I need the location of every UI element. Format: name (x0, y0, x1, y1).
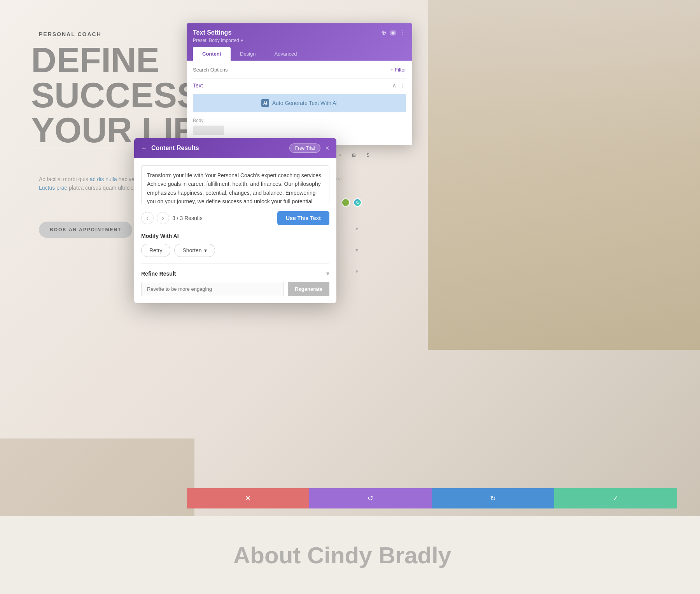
refine-title: Refine Result (141, 271, 176, 277)
nav-arrows: ‹ › 3 / 3 Results (141, 212, 203, 224)
modal-title: Content Results (151, 145, 199, 152)
regenerate-button[interactable]: Regenerate (288, 282, 329, 296)
panel-preset[interactable]: Preset: Body imported ▾ (193, 38, 406, 43)
panel-header-icons: ⊕ ▣ ⋮ (381, 29, 406, 36)
text-settings-panel: Text Settings ⊕ ▣ ⋮ Preset: Body importe… (187, 23, 412, 145)
text-section-header: Text ∧ ⋮ (193, 82, 406, 89)
toolbar-cancel-button[interactable]: ✕ (187, 488, 309, 508)
separator (193, 78, 406, 79)
modal-header-right: Free Trial × (289, 143, 329, 153)
collapse-section-icon[interactable]: ∧ (392, 82, 397, 89)
refine-section: Refine Result ▾ Regenerate (141, 263, 329, 296)
collapse-arrow-2[interactable]: ▾ (355, 247, 362, 253)
lorem-preview (193, 126, 224, 135)
preset-caret: ▾ (241, 38, 243, 43)
collapse-arrow-1[interactable]: ▾ (355, 225, 362, 232)
refine-header: Refine Result ▾ (141, 270, 329, 277)
panel-header-top: Text Settings ⊕ ▣ ⋮ (193, 29, 406, 36)
body-text-end: platea cursus quam ultricles. (69, 185, 138, 191)
refine-input-row: Regenerate (141, 282, 329, 296)
tab-content[interactable]: Content (193, 47, 231, 61)
modal-close-icon[interactable]: × (325, 144, 329, 152)
columns-icon[interactable]: ▣ (390, 29, 396, 36)
dot-green[interactable] (341, 198, 350, 207)
panel-header: Text Settings ⊕ ▣ ⋮ Preset: Body importe… (187, 23, 412, 61)
search-options-row: + Filter (193, 67, 406, 73)
modal-body: Transform your life with Your Personal C… (134, 158, 336, 303)
toolbar-confirm-button[interactable]: ✓ (554, 488, 677, 508)
shorten-label: Shorten (182, 247, 201, 253)
tab-advanced[interactable]: Advanced (265, 47, 306, 61)
use-text-button[interactable]: Use This Text (277, 211, 329, 225)
more-options-icon[interactable]: ⋮ (400, 29, 406, 36)
body-text-highlight2: Luctus prae (39, 185, 67, 191)
tab-design[interactable]: Design (231, 47, 265, 61)
refine-input[interactable] (141, 282, 284, 296)
retry-button[interactable]: Retry (141, 244, 170, 257)
collapse-arrow-3[interactable]: ▾ (355, 268, 362, 274)
back-arrow-icon[interactable]: ← (141, 145, 147, 152)
about-title: About Cindy Bradly (233, 542, 451, 569)
results-nav: ‹ › 3 / 3 Results Use This Text (141, 211, 329, 225)
modal-header-left: ← Content Results (141, 145, 199, 152)
more-section-icon[interactable]: ⋮ (400, 82, 406, 89)
nav-next-button[interactable]: › (157, 212, 169, 224)
currency-btn[interactable]: $ (362, 150, 373, 161)
ai-generate-label: Auto Generate Text With AI (272, 100, 338, 106)
about-section: About Cindy Bradly (0, 516, 700, 594)
bottom-toolbar: ✕ ↺ ↻ ✓ (187, 488, 677, 508)
personal-coach-label: PERSONAL COACH (39, 31, 102, 37)
panel-title: Text Settings (193, 29, 231, 36)
crosshair-icon[interactable]: ⊕ (381, 29, 386, 36)
shorten-button[interactable]: Shorten ▾ (174, 244, 215, 257)
modify-buttons: Retry Shorten ▾ (141, 244, 329, 257)
nav-prev-button[interactable]: ‹ (141, 212, 154, 224)
text-section-icons: ∧ ⋮ (392, 82, 406, 89)
free-trial-badge[interactable]: Free Trial (289, 143, 321, 153)
book-appointment-button[interactable]: BOOK AN APPOINTMENT (39, 222, 132, 238)
toolbar-undo-button[interactable]: ↺ (309, 488, 432, 508)
shorten-caret-icon: ▾ (204, 247, 207, 253)
search-options-input[interactable] (193, 67, 390, 73)
modify-title: Modify With AI (141, 233, 329, 239)
panel-tabs: Content Design Advanced (193, 47, 406, 61)
text-section-title: Text (193, 82, 203, 89)
filter-button[interactable]: + Filter (390, 67, 406, 73)
body-text-start: Ac facilisi morbi quis (39, 176, 88, 182)
modify-section: Modify With AI Retry Shorten ▾ (141, 233, 329, 257)
table-btn[interactable]: ⊞ (348, 150, 359, 161)
dot-refresh[interactable]: ↻ (353, 198, 362, 207)
refine-toggle-icon[interactable]: ▾ (326, 270, 329, 277)
preset-label: Preset: Body imported (193, 38, 239, 43)
body-text-highlight1: ac dis nulla (90, 176, 117, 182)
ai-generate-button[interactable]: AI Auto Generate Text With AI (193, 94, 406, 112)
green-action-dots: ↻ (341, 198, 362, 207)
ai-icon: AI (261, 99, 269, 107)
panel-body: + Filter Text ∧ ⋮ AI Auto Generate Text … (187, 61, 412, 145)
body-label: Body (193, 118, 406, 123)
content-results-modal: ← Content Results Free Trial × Transform… (134, 138, 336, 303)
modal-header: ← Content Results Free Trial × (134, 138, 336, 158)
toolbar-redo-button[interactable]: ↻ (432, 488, 554, 508)
generated-text-area[interactable]: Transform your life with Your Personal C… (141, 165, 329, 204)
results-count: 3 / 3 Results (172, 215, 203, 221)
